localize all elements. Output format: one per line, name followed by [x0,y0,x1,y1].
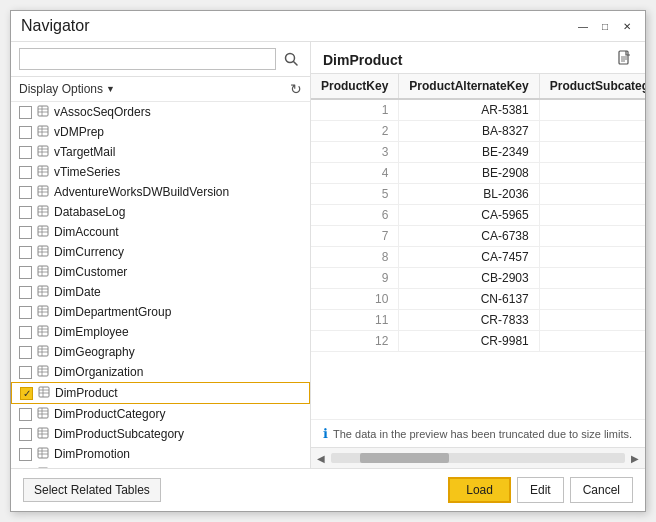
table-icon [37,305,49,319]
list-item[interactable]: DimProductSubcategory [11,424,310,444]
checkbox-checked[interactable]: ✓ [20,387,33,400]
load-button[interactable]: Load [448,477,511,503]
list-item[interactable]: vTargetMail [11,142,310,162]
col-header-productsubcategorykey[interactable]: ProductSubcategoryKey [539,74,645,99]
cell-alternate-key: CA-6738 [399,226,539,247]
list-item[interactable]: DimOrganization [11,362,310,382]
table-icon [37,105,49,119]
table-row: 3 BE-2349 null [311,142,645,163]
list-item[interactable]: DimGeography [11,342,310,362]
checkbox[interactable] [19,468,32,469]
item-label: DimEmployee [54,325,129,339]
svg-rect-50 [38,346,48,356]
table-icon [37,447,49,461]
col-header-productalternatekey[interactable]: ProductAlternateKey [399,74,539,99]
select-related-button[interactable]: Select Related Tables [23,478,161,502]
list-item[interactable]: DatabaseLog [11,202,310,222]
display-options-button[interactable]: Display Options ▼ [19,82,115,96]
row-num: 7 [311,226,399,247]
svg-line-1 [294,62,298,66]
row-num: 3 [311,142,399,163]
cell-subcategory-key [539,163,645,184]
checkbox[interactable] [19,126,32,139]
title-bar: Navigator — □ ✕ [11,11,645,41]
checkbox[interactable] [19,286,32,299]
checkbox[interactable] [19,206,32,219]
checkbox[interactable] [19,326,32,339]
cell-alternate-key: BE-2908 [399,163,539,184]
checkbox[interactable] [19,266,32,279]
data-table-container[interactable]: ProductKey ProductAlternateKey ProductSu… [311,74,645,419]
table-icon [37,165,49,179]
cell-alternate-key: CR-7833 [399,310,539,331]
left-panel: Display Options ▼ ↻ vAssocSeqOrders [11,42,311,468]
search-input[interactable] [19,48,276,70]
item-label: DimProductCategory [54,407,165,421]
svg-rect-2 [38,106,48,116]
list-item[interactable]: DimCustomer [11,262,310,282]
list-item[interactable]: AdventureWorksDWBuildVersion [11,182,310,202]
list-item[interactable]: DimDepartmentGroup [11,302,310,322]
cell-subcategory-key [539,99,645,121]
checkbox[interactable] [19,366,32,379]
list-item[interactable]: vDMPrep [11,122,310,142]
item-label: DimPromotion [54,447,130,461]
checkbox[interactable] [19,226,32,239]
item-label: vAssocSeqOrders [54,105,151,119]
minimize-button[interactable]: — [575,18,591,34]
row-num: 9 [311,268,399,289]
edit-button[interactable]: Edit [517,477,564,503]
list-item[interactable]: DimProductCategory [11,404,310,424]
scroll-track[interactable] [331,453,625,463]
horizontal-scrollbar[interactable]: ◀ ▶ [311,447,645,468]
search-bar [11,42,310,77]
svg-rect-46 [38,326,48,336]
list-item[interactable]: DimCurrency [11,242,310,262]
scroll-thumb[interactable] [360,453,448,463]
right-panel: DimProduct ProductKey ProductAlternateKe… [311,42,645,468]
list-item[interactable]: vTimeSeries [11,162,310,182]
list-item-dimproduct[interactable]: ✓ DimProduct [11,382,310,404]
list-item[interactable]: DimEmployee [11,322,310,342]
cell-alternate-key: CN-6137 [399,289,539,310]
checkbox[interactable] [19,306,32,319]
content-area: Display Options ▼ ↻ vAssocSeqOrders [11,41,645,468]
checkbox[interactable] [19,428,32,441]
list-item[interactable]: DimDate [11,282,310,302]
checkbox[interactable] [19,448,32,461]
item-label: vDMPrep [54,125,104,139]
checkbox[interactable] [19,166,32,179]
list-item[interactable]: DimReseller [11,464,310,468]
checkbox[interactable] [19,246,32,259]
scroll-right-arrow[interactable]: ▶ [625,450,645,466]
tree-area[interactable]: vAssocSeqOrders vDMPrep vTargetMail [11,102,310,468]
table-icon [38,386,50,400]
cell-alternate-key: BE-2349 [399,142,539,163]
close-button[interactable]: ✕ [619,18,635,34]
list-item[interactable]: vAssocSeqOrders [11,102,310,122]
search-icon[interactable] [280,48,302,70]
item-label: DimDate [54,285,101,299]
cell-alternate-key: CR-9981 [399,331,539,352]
table-row: 9 CB-2903 null [311,268,645,289]
maximize-button[interactable]: □ [597,18,613,34]
refresh-icon[interactable]: ↻ [290,81,302,97]
scroll-left-arrow[interactable]: ◀ [311,450,331,466]
item-label: DimAccount [54,225,119,239]
row-num: 5 [311,184,399,205]
checkbox[interactable] [19,146,32,159]
truncated-notice-text: The data in the preview has been truncat… [333,428,632,440]
table-row: 8 CA-7457 null [311,247,645,268]
col-header-productkey[interactable]: ProductKey [311,74,399,99]
checkbox[interactable] [19,346,32,359]
table-icon [37,185,49,199]
table-row: 11 CR-7833 null [311,310,645,331]
list-item[interactable]: DimAccount [11,222,310,242]
window-title: Navigator [21,17,89,35]
preview-header: DimProduct [311,42,645,74]
checkbox[interactable] [19,408,32,421]
cancel-button[interactable]: Cancel [570,477,633,503]
checkbox[interactable] [19,106,32,119]
checkbox[interactable] [19,186,32,199]
list-item[interactable]: DimPromotion [11,444,310,464]
